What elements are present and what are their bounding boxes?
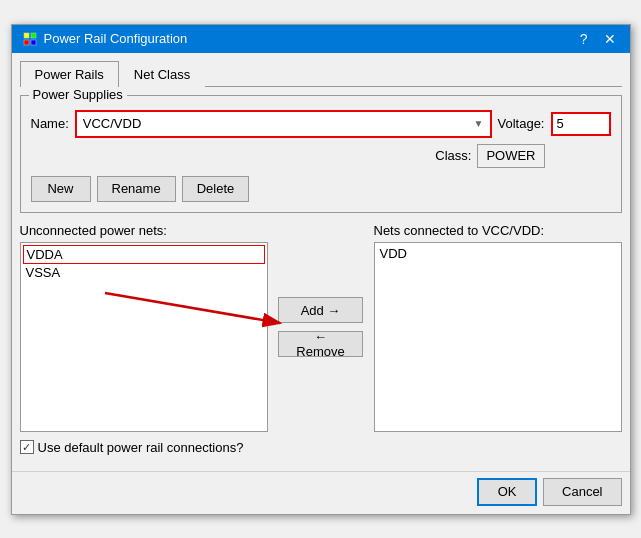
dialog-title: Power Rail Configuration bbox=[44, 31, 188, 46]
voltage-label: Voltage: bbox=[498, 116, 545, 131]
dialog-footer: OK Cancel bbox=[12, 471, 630, 514]
connected-panel: Nets connected to VCC/VDD: VDD bbox=[374, 223, 622, 432]
name-dropdown[interactable]: VCC/VDD ▼ bbox=[77, 112, 490, 136]
name-voltage-row: Name: VCC/VDD ▼ Voltage: bbox=[31, 110, 611, 138]
cancel-button[interactable]: Cancel bbox=[543, 478, 621, 506]
delete-button[interactable]: Delete bbox=[182, 176, 250, 202]
add-button[interactable]: Add → bbox=[278, 297, 363, 323]
tabs-bar: Power Rails Net Class bbox=[20, 61, 622, 87]
remove-button[interactable]: ← Remove bbox=[278, 331, 363, 357]
dropdown-arrow-icon: ▼ bbox=[474, 118, 484, 129]
class-value: POWER bbox=[477, 144, 544, 168]
title-bar-controls: ? ✕ bbox=[576, 32, 620, 46]
svg-rect-0 bbox=[24, 33, 29, 38]
name-dropdown-wrapper: VCC/VDD ▼ bbox=[75, 110, 492, 138]
dialog-body: Power Rails Net Class Power Supplies Nam… bbox=[12, 53, 630, 471]
ok-button[interactable]: OK bbox=[477, 478, 537, 506]
nets-section: Unconnected power nets: VDDA VSSA Add → … bbox=[20, 223, 622, 432]
connected-label: Nets connected to VCC/VDD: bbox=[374, 223, 622, 238]
svg-rect-3 bbox=[31, 40, 36, 45]
close-button[interactable]: ✕ bbox=[600, 32, 620, 46]
default-connections-checkbox[interactable] bbox=[20, 440, 34, 454]
title-bar: Power Rail Configuration ? ✕ bbox=[12, 25, 630, 53]
svg-rect-2 bbox=[24, 40, 29, 45]
dialog-window: Power Rail Configuration ? ✕ Power Rails… bbox=[11, 24, 631, 515]
bottom-row: Use default power rail connections? bbox=[20, 440, 622, 455]
supply-buttons: New Rename Delete bbox=[31, 176, 611, 202]
checkbox-label-text: Use default power rail connections? bbox=[38, 440, 244, 455]
power-supplies-group: Power Supplies Name: VCC/VDD ▼ Voltage: … bbox=[20, 95, 622, 213]
list-item[interactable]: VDDA bbox=[23, 245, 265, 264]
group-title: Power Supplies bbox=[29, 87, 127, 102]
rename-button[interactable]: Rename bbox=[97, 176, 176, 202]
tab-power-rails[interactable]: Power Rails bbox=[20, 61, 119, 87]
class-label: Class: bbox=[435, 148, 471, 163]
title-bar-left: Power Rail Configuration bbox=[22, 31, 188, 47]
default-connections-checkbox-label[interactable]: Use default power rail connections? bbox=[20, 440, 244, 455]
new-button[interactable]: New bbox=[31, 176, 91, 202]
list-item[interactable]: VSSA bbox=[23, 264, 265, 281]
unconnected-listbox[interactable]: VDDA VSSA bbox=[20, 242, 268, 432]
svg-rect-1 bbox=[31, 33, 36, 38]
app-icon bbox=[22, 31, 38, 47]
name-label: Name: bbox=[31, 116, 69, 131]
help-button[interactable]: ? bbox=[576, 32, 592, 46]
voltage-input[interactable] bbox=[551, 112, 611, 136]
middle-controls: Add → ← Remove bbox=[276, 223, 366, 432]
list-item[interactable]: VDD bbox=[377, 245, 619, 262]
connected-listbox[interactable]: VDD bbox=[374, 242, 622, 432]
unconnected-label: Unconnected power nets: bbox=[20, 223, 268, 238]
unconnected-panel: Unconnected power nets: VDDA VSSA bbox=[20, 223, 268, 432]
tab-net-class[interactable]: Net Class bbox=[119, 61, 205, 87]
